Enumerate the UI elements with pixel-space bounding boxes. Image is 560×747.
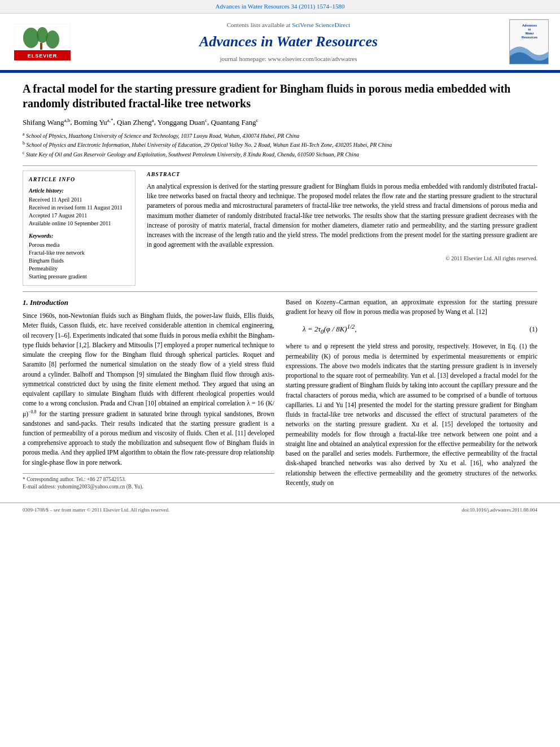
section-1-title: Introduction <box>30 298 68 307</box>
elsevier-tree-svg: ELSEVIER <box>14 24 71 60</box>
equation-1-block: λ = 2τ0(φ / 8K)1/2, (1) <box>286 322 537 336</box>
email-address: yuhoming2003@yahoo.com.cn (B. Yu). <box>58 484 143 490</box>
history-section: Article history: Received 11 April 2011 … <box>29 187 129 228</box>
article-info-column: ARTICLE INFO Article history: Received 1… <box>23 171 135 286</box>
history-header: Article history: <box>29 187 129 195</box>
svg-point-1 <box>23 28 39 48</box>
affil-b: b School of Physics and Electronic Infor… <box>23 140 537 149</box>
email-line: E-mail address: yuhoming2003@yahoo.com.c… <box>23 483 274 491</box>
elsevier-logo: ELSEVIER <box>11 24 73 60</box>
svg-text:Water: Water <box>525 32 534 35</box>
info-abstract-section: ARTICLE INFO Article history: Received 1… <box>23 171 537 286</box>
journal-homepage: journal homepage: www.elsevier.com/locat… <box>73 55 504 63</box>
journal-banner: Advances in Water Resources 34 (2011) 15… <box>0 0 560 14</box>
svg-point-3 <box>46 30 59 49</box>
equation-1: λ = 2τ0(φ / 8K)1/2, <box>303 322 357 336</box>
svg-text:in: in <box>528 28 532 31</box>
elsevier-logo-container: ELSEVIER <box>11 24 73 60</box>
keywords-section: Keywords: Porous media Fractal-like tree… <box>29 232 129 281</box>
section-1-number: 1. <box>23 298 28 307</box>
author-2: Boming Yua,* <box>74 118 113 126</box>
journal-cover-image: Advances in Water Resources <box>509 19 549 64</box>
section-1-heading: 1. Introduction <box>23 298 274 308</box>
authors-line: Shifang Wanga,b, Boming Yua,*, Qian Zhen… <box>23 116 537 128</box>
author-4: Yonggang Duanc <box>158 118 207 126</box>
journal-center-info: Contents lists available at SciVerse Sci… <box>73 21 504 63</box>
affiliations: a School of Physics, Huazhong University… <box>23 131 537 159</box>
divider-1 <box>23 165 537 166</box>
abstract-section: ABSTRACT An analytical expression is der… <box>147 171 537 263</box>
keyword-4: Permeability <box>29 265 129 273</box>
section-1-right-intro: Based on Kozeny–Carman equation, an appr… <box>286 298 537 317</box>
author-3: Qian Zhenga <box>117 118 154 126</box>
keyword-3: Bingham fluids <box>29 257 129 265</box>
svg-rect-4 <box>40 43 42 50</box>
section-1-para-right: where τ₀ and φ represent the yield stres… <box>286 342 537 488</box>
affil-a: a School of Physics, Huazhong University… <box>23 131 537 140</box>
main-col-left: 1. Introduction Since 1960s, non-Newtoni… <box>23 298 274 491</box>
keyword-2: Fractal-like tree network <box>29 249 129 257</box>
journal-cover-svg: Advances in Water Resources <box>510 20 549 64</box>
accepted-date: Accepted 17 August 2011 <box>29 212 129 220</box>
online-date: Available online 10 September 2011 <box>29 220 129 228</box>
author-5-sup: c <box>256 117 258 123</box>
footer-issn: 0309-1708/$ – see front matter © 2011 El… <box>23 506 169 514</box>
author-2-sup: a,* <box>107 117 113 123</box>
author-5: Quantang Fangc <box>211 118 259 126</box>
footnote-section: * Corresponding author. Tel.: +86 27 875… <box>23 473 274 491</box>
journal-main-title: Advances in Water Resources <box>73 32 504 52</box>
abstract-text: An analytical expression is derived for … <box>147 182 537 250</box>
sciverse-link[interactable]: SciVerse ScienceDirect <box>292 21 350 28</box>
received-date: Received 11 April 2011 <box>29 196 129 204</box>
author-3-sup: a <box>152 117 154 123</box>
main-content: 1. Introduction Since 1960s, non-Newtoni… <box>23 298 537 491</box>
author-4-sup: c <box>205 117 207 123</box>
page-footer: 0309-1708/$ – see front matter © 2011 El… <box>0 503 560 517</box>
article-info-box: ARTICLE INFO Article history: Received 1… <box>23 171 135 286</box>
article-title: A fractal model for the starting pressur… <box>23 81 537 111</box>
svg-text:Advances: Advances <box>522 24 537 27</box>
article-body: A fractal model for the starting pressur… <box>0 73 560 503</box>
sciverse-line: Contents lists available at SciVerse Sci… <box>73 21 504 29</box>
divider-2 <box>23 291 537 292</box>
svg-text:ELSEVIER: ELSEVIER <box>28 53 58 59</box>
affil-c: c State Key of Oil and Gas Reservoir Geo… <box>23 150 537 159</box>
sciverse-prefix: Contents lists available at <box>227 21 291 28</box>
abstract-column: ABSTRACT An analytical expression is der… <box>147 171 537 286</box>
footer-doi: doi:10.1016/j.advwatres.2011.08.004 <box>462 506 537 514</box>
section-1-para-1: Since 1960s, non-Newtonian fluids such a… <box>23 311 274 468</box>
revised-date: Received in revised form 11 August 2011 <box>29 204 129 212</box>
equation-1-number: (1) <box>530 325 537 334</box>
article-info-header: ARTICLE INFO <box>29 176 129 184</box>
keyword-1: Porous media <box>29 241 129 249</box>
banner-text: Advances in Water Resources 34 (2011) 15… <box>216 3 345 10</box>
copyright-line: © 2011 Elsevier Ltd. All rights reserved… <box>147 255 537 263</box>
journal-header: ELSEVIER Contents lists available at Sci… <box>0 14 560 71</box>
journal-logo-right: Advances in Water Resources <box>504 19 549 64</box>
main-col-right: Based on Kozeny–Carman equation, an appr… <box>286 298 537 491</box>
keywords-header: Keywords: <box>29 232 129 240</box>
author-1-sup: a,b <box>64 117 70 123</box>
corresponding-note: * Corresponding author. Tel.: +86 27 875… <box>23 476 274 483</box>
keyword-5: Starting pressure gradient <box>29 273 129 281</box>
svg-text:Resources: Resources <box>522 36 537 39</box>
abstract-header: ABSTRACT <box>147 171 537 178</box>
email-label: E-mail address: <box>23 484 56 490</box>
author-1: Shifang Wanga,b <box>23 118 70 126</box>
